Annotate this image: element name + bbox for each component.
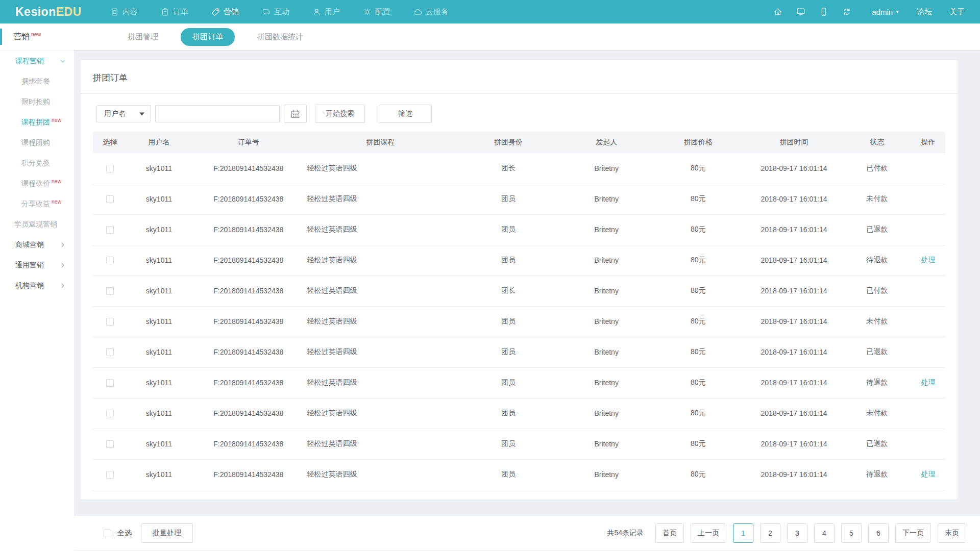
column-header: 拼团价格	[651, 132, 745, 153]
row-action-link[interactable]: 处理	[921, 470, 936, 478]
cell-initiator: Britetny	[561, 337, 651, 367]
about-link[interactable]: 关于	[949, 7, 965, 17]
cell-initiator: Britetny	[561, 214, 651, 245]
cell-price: 80元	[651, 276, 745, 306]
monitor-icon[interactable]	[796, 7, 805, 16]
sidebar-item-label: 商城营销	[15, 240, 44, 249]
page-button-7[interactable]: 6	[868, 523, 889, 543]
cell-order-no: F:2018091414532438	[191, 459, 306, 490]
cell-role: 团长	[455, 276, 562, 306]
row-checkbox[interactable]	[106, 410, 114, 417]
sidebar-item-mall-marketing[interactable]: 商城营销	[0, 235, 74, 255]
cell-initiator: Britetny	[561, 429, 651, 459]
sidebar-item-label: 课程团购	[21, 138, 50, 147]
row-checkbox[interactable]	[106, 257, 114, 264]
select-all-checkbox[interactable]	[104, 530, 111, 537]
page-button-9[interactable]: 末页	[938, 523, 966, 543]
search-button[interactable]: 开始搜索	[315, 105, 365, 123]
row-checkbox[interactable]	[106, 379, 114, 387]
page-button-1[interactable]: 上一页	[691, 523, 726, 543]
row-checkbox[interactable]	[106, 287, 114, 295]
nav-item-cloud-services[interactable]: 云服务	[413, 7, 449, 17]
status-badge: 已退款	[843, 337, 912, 367]
page-button-3[interactable]: 2	[760, 523, 780, 543]
cell-order-no: F:2018091414532438	[191, 337, 306, 367]
search-toolbar: 用户名 开始搜索 筛选	[81, 94, 958, 132]
sidebar-item-course-group-purchase[interactable]: 课程团购	[0, 133, 74, 153]
filter-button[interactable]: 筛选	[379, 105, 432, 123]
refresh-icon[interactable]	[842, 7, 851, 16]
sidebar-item-flash-sale[interactable]: 限时抢购	[0, 92, 74, 112]
cell-initiator: Britetny	[561, 367, 651, 398]
cell-price: 80元	[651, 306, 745, 337]
sidebar: 课程营销 捆绑套餐 限时抢购 课程拼团new 课程团购 积分兑换 课程砍价new…	[0, 50, 74, 551]
page-button-5[interactable]: 4	[814, 523, 835, 543]
calendar-icon	[290, 109, 300, 119]
row-action-link[interactable]: 处理	[921, 378, 936, 386]
sidebar-item-student-cashback-marketing[interactable]: 学员返现营销	[0, 214, 74, 235]
table-row: sky1011 F:2018091414532438 轻松过英语四级 团长 Br…	[93, 276, 945, 306]
batch-process-button[interactable]: 批量处理	[141, 523, 193, 543]
nav-item-orders[interactable]: 订单	[161, 7, 188, 17]
app-logo[interactable]: KesionEDU	[15, 5, 82, 19]
cell-price: 80元	[651, 214, 745, 245]
subnav: 营销new 拼团管理拼团订单拼团数据统计	[0, 23, 980, 50]
forum-link[interactable]: 论坛	[917, 7, 932, 17]
row-checkbox[interactable]	[106, 348, 114, 356]
cell-order-no: F:2018091414532438	[191, 306, 306, 337]
sidebar-item-label: 学员返现营销	[14, 220, 57, 229]
cell-username: sky1011	[127, 153, 191, 184]
cell-username: sky1011	[127, 276, 191, 306]
nav-item-settings[interactable]: 配置	[363, 7, 390, 17]
nav-item-content[interactable]: 内容	[110, 7, 138, 17]
sidebar-item-general-marketing[interactable]: 通用营销	[0, 255, 74, 276]
sidebar-item-share-revenue[interactable]: 分享收益new	[0, 194, 74, 214]
table-row: sky1011 F:2018091414532438 轻松过英语四级 团员 Br…	[93, 184, 945, 214]
cell-price: 80元	[651, 459, 745, 490]
column-header: 拼团课程	[306, 132, 455, 153]
sidebar-item-course-bargain[interactable]: 课程砍价new	[0, 173, 74, 194]
page-button-6[interactable]: 5	[841, 523, 862, 543]
sidebar-item-course-marketing[interactable]: 课程营销	[0, 51, 74, 71]
page-title: 拼团订单	[93, 72, 945, 84]
chat-icon	[262, 8, 271, 16]
nav-item-label: 互动	[274, 7, 289, 17]
tab-group-statistics[interactable]: 拼团数据统计	[257, 28, 303, 46]
sidebar-item-course-group-buy[interactable]: 课程拼团new	[0, 112, 74, 133]
section-label: 营销	[13, 32, 30, 41]
row-action-link[interactable]: 处理	[921, 256, 936, 264]
tab-group-orders[interactable]: 拼团订单	[181, 28, 235, 46]
cell-order-no: F:2018091414532438	[191, 429, 306, 459]
mobile-icon[interactable]	[819, 7, 828, 16]
row-checkbox[interactable]	[106, 471, 114, 479]
table-row: sky1011 F:2018091414532438 轻松过英语四级 团员 Br…	[93, 429, 945, 459]
date-picker-button[interactable]	[284, 105, 307, 123]
nav-item-label: 用户	[325, 7, 340, 17]
search-input[interactable]	[155, 105, 280, 122]
page-button-2[interactable]: 1	[733, 523, 753, 543]
admin-menu[interactable]: admin ▼	[872, 8, 899, 16]
tab-group-management[interactable]: 拼团管理	[128, 28, 158, 46]
nav-item-users[interactable]: 用户	[312, 7, 340, 17]
footer-left: 全选 批量处理	[104, 523, 193, 543]
row-checkbox[interactable]	[106, 165, 114, 172]
page-button-0[interactable]: 首页	[655, 523, 684, 543]
sidebar-item-label: 捆绑套餐	[21, 77, 50, 86]
row-checkbox[interactable]	[106, 226, 114, 234]
sidebar-item-institution-marketing[interactable]: 机构营销	[0, 276, 74, 296]
nav-item-marketing[interactable]: 营销	[211, 7, 239, 17]
row-checkbox[interactable]	[106, 318, 114, 325]
cell-price: 80元	[651, 367, 745, 398]
sidebar-item-points-exchange[interactable]: 积分兑换	[0, 153, 74, 173]
column-header: 发起人	[561, 132, 651, 153]
row-checkbox[interactable]	[106, 440, 114, 448]
page-button-4[interactable]: 3	[787, 523, 807, 543]
page-button-8[interactable]: 下一页	[895, 523, 931, 543]
row-checkbox[interactable]	[106, 195, 114, 203]
nav-item-interaction[interactable]: 互动	[262, 7, 289, 17]
search-field-select[interactable]: 用户名	[96, 105, 151, 122]
cell-role: 团长	[455, 153, 562, 184]
top-navbar: KesionEDU 内容 订单 营销 互动 用户 配置 云服务 admin ▼ …	[0, 0, 980, 23]
home-icon[interactable]	[773, 7, 782, 16]
sidebar-item-bundle-package[interactable]: 捆绑套餐	[0, 71, 74, 92]
